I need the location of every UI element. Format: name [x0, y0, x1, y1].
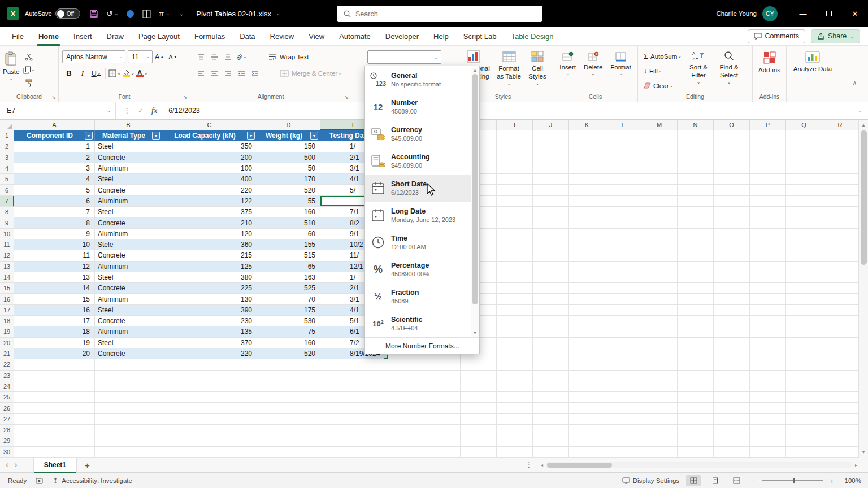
cell-I7[interactable]: [497, 196, 533, 207]
cell-I15[interactable]: [497, 283, 533, 294]
cell-N4[interactable]: [678, 163, 714, 174]
cell-R26[interactable]: [822, 403, 858, 413]
cell-Q25[interactable]: [786, 392, 822, 403]
cell-J28[interactable]: [533, 425, 569, 435]
row-header-11[interactable]: 11: [0, 239, 14, 250]
page-break-view-button[interactable]: [729, 475, 744, 486]
cell-C2[interactable]: 350: [162, 141, 257, 152]
cell-D5[interactable]: 170: [257, 174, 320, 185]
cell-N2[interactable]: [678, 141, 714, 152]
cell-N5[interactable]: [678, 174, 714, 185]
cell-B29[interactable]: [95, 435, 162, 446]
cell-I26[interactable]: [497, 403, 533, 413]
tab-data[interactable]: Data: [232, 27, 262, 46]
align-middle-button[interactable]: [207, 50, 221, 63]
cell-C28[interactable]: [162, 425, 257, 435]
italic-button[interactable]: I: [76, 67, 89, 80]
cell-I5[interactable]: [497, 174, 533, 185]
cell-D7[interactable]: 55: [257, 196, 320, 207]
cell-J24[interactable]: [533, 381, 569, 392]
cell-Q18[interactable]: [786, 316, 822, 326]
cell-P5[interactable]: [750, 174, 786, 185]
cell-P12[interactable]: [750, 250, 786, 261]
cell-A9[interactable]: 8: [14, 217, 95, 228]
cell-I13[interactable]: [497, 262, 533, 272]
cell-I16[interactable]: [497, 294, 533, 304]
cell-P28[interactable]: [750, 425, 786, 435]
cell-B19[interactable]: Aluminum: [95, 326, 162, 337]
zoom-slider-thumb[interactable]: [793, 478, 795, 483]
cell-D4[interactable]: 50: [257, 163, 320, 174]
table-resize-handle[interactable]: [384, 355, 388, 359]
cell-Q14[interactable]: [786, 272, 822, 283]
decrease-indent-button[interactable]: [235, 67, 248, 80]
cell-R22[interactable]: [822, 359, 858, 370]
cell-K28[interactable]: [569, 425, 605, 435]
row-header-24[interactable]: 24: [0, 381, 14, 392]
scroll-down-icon[interactable]: ▼: [473, 329, 478, 337]
tab-page-layout[interactable]: Page Layout: [131, 27, 187, 46]
row-header-10[interactable]: 10: [0, 229, 14, 239]
row-header-6[interactable]: 6: [0, 185, 14, 195]
cell-D11[interactable]: 155: [257, 239, 320, 250]
cell-O4[interactable]: [714, 163, 750, 174]
cell-M1[interactable]: [641, 130, 678, 141]
cell-I27[interactable]: [497, 414, 533, 425]
cell-M10[interactable]: [641, 229, 678, 239]
cell-N9[interactable]: [678, 217, 714, 228]
cell-P13[interactable]: [750, 262, 786, 272]
cell-J25[interactable]: [533, 392, 569, 403]
cell-L7[interactable]: [605, 196, 641, 207]
cell-A12[interactable]: 11: [14, 250, 95, 261]
format-option-currency[interactable]: Currency$45,089.00: [365, 120, 479, 147]
zoom-in-button[interactable]: +: [830, 477, 834, 485]
cell-H27[interactable]: [461, 414, 497, 425]
minimize-button[interactable]: —: [790, 0, 816, 27]
cell-Q17[interactable]: [786, 305, 822, 316]
cell-K8[interactable]: [569, 207, 605, 217]
cell-D21[interactable]: 520: [257, 348, 320, 359]
cell-D2[interactable]: 150: [257, 141, 320, 152]
cell-R18[interactable]: [822, 316, 858, 326]
cell-K14[interactable]: [569, 272, 605, 283]
cell-Q11[interactable]: [786, 239, 822, 250]
cell-K23[interactable]: [569, 371, 605, 381]
cell-J23[interactable]: [533, 371, 569, 381]
cell-N7[interactable]: [678, 196, 714, 207]
collapse-ribbon-button[interactable]: ∧: [853, 80, 857, 86]
scroll-right-icon[interactable]: ▸: [852, 463, 860, 468]
cell-P25[interactable]: [750, 392, 786, 403]
cell-B18[interactable]: Concrete: [95, 316, 162, 326]
cell-B7[interactable]: Aluminum: [95, 196, 162, 207]
cell-J30[interactable]: [533, 447, 569, 457]
cell-Q29[interactable]: [786, 435, 822, 446]
cell-G25[interactable]: [424, 392, 461, 403]
cell-M4[interactable]: [641, 163, 678, 174]
cell-Q16[interactable]: [786, 294, 822, 304]
cell-L23[interactable]: [605, 371, 641, 381]
macro-record-button[interactable]: [36, 478, 43, 484]
cell-L10[interactable]: [605, 229, 641, 239]
format-painter-button[interactable]: [22, 76, 36, 89]
cell-M13[interactable]: [641, 262, 678, 272]
cell-P21[interactable]: [750, 348, 786, 359]
save-button[interactable]: [89, 9, 98, 18]
cell-B11[interactable]: Stele: [95, 239, 162, 250]
cell-I3[interactable]: [497, 152, 533, 163]
cell-D14[interactable]: 163: [257, 272, 320, 283]
cell-C23[interactable]: [162, 371, 257, 381]
cell-R30[interactable]: [822, 447, 858, 457]
share-button[interactable]: Share ⌄: [811, 29, 860, 43]
cell-E26[interactable]: [320, 403, 388, 413]
excel-logo-icon[interactable]: X: [7, 7, 19, 20]
col-header-M[interactable]: M: [641, 120, 678, 130]
cell-K11[interactable]: [569, 239, 605, 250]
cell-Q15[interactable]: [786, 283, 822, 294]
cell-O30[interactable]: [714, 447, 750, 457]
cell-O25[interactable]: [714, 392, 750, 403]
align-left-button[interactable]: [194, 67, 207, 80]
cell-M25[interactable]: [641, 392, 678, 403]
cell-G22[interactable]: [424, 359, 461, 370]
cell-R13[interactable]: [822, 262, 858, 272]
cell-B24[interactable]: [95, 381, 162, 392]
